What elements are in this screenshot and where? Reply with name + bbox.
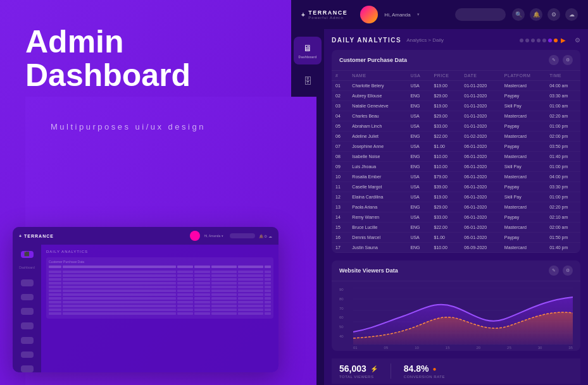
mini-icons: 🔔 ⚙ ☁ bbox=[259, 234, 272, 238]
topbar-username: Hi, Amanda bbox=[384, 12, 410, 18]
row-num: 09 bbox=[332, 162, 348, 172]
row-platform: Mastercard bbox=[501, 111, 546, 121]
row-num: 02 bbox=[332, 91, 348, 101]
table-row: 03 Natalie Genevieve ENG $19.00 01-01-20… bbox=[332, 101, 580, 111]
row-name: Elaina Cardilina bbox=[348, 192, 406, 202]
row-platform: Mastercard bbox=[501, 243, 546, 253]
row-num: 06 bbox=[332, 131, 348, 142]
row-date: 01-01-2020 bbox=[460, 121, 501, 131]
row-platform: Paypay bbox=[501, 182, 546, 192]
dot-6 bbox=[548, 39, 552, 42]
dot-4 bbox=[537, 39, 541, 42]
topbar-dropdown-arrow: ▾ bbox=[417, 12, 420, 17]
row-platform: Skill Pay bbox=[501, 162, 546, 172]
row-time: 03:50 pm bbox=[546, 142, 580, 152]
row-price: $29.00 bbox=[430, 111, 460, 121]
col-country: USA bbox=[406, 71, 430, 81]
row-platform: Paypay bbox=[501, 212, 546, 223]
table-row: 14 Remy Warren USA $33.00 06-01-2020 Pay… bbox=[332, 212, 580, 223]
table-row: 02 Aubrey Ellouse ENG $29.00 01-01-2020 … bbox=[332, 91, 580, 101]
row-num: 08 bbox=[332, 152, 348, 162]
row-date: 06-01-2020 bbox=[460, 182, 501, 192]
row-platform: Skill Pay bbox=[501, 101, 546, 111]
row-name: Caselle Margot bbox=[348, 182, 406, 192]
section-gear-icon[interactable]: ⚙ bbox=[575, 37, 580, 44]
row-name: Paola Ariana bbox=[348, 202, 406, 212]
row-date: 01-01-2020 bbox=[460, 81, 501, 91]
row-time: 03:30 pm bbox=[546, 182, 580, 192]
sidebar-label-dashboard: Dashboard bbox=[299, 55, 317, 59]
stat-divider bbox=[391, 364, 391, 379]
mini-row-5 bbox=[49, 286, 271, 288]
row-date: 01-02-2020 bbox=[460, 131, 501, 142]
customer-card-header: Customer Purchase Data ✎ ⚙ bbox=[332, 50, 580, 71]
row-price: $10.00 bbox=[430, 243, 460, 253]
row-country: ENG bbox=[406, 101, 430, 111]
brand-plus-icon: + bbox=[301, 11, 306, 18]
bell-icon[interactable]: 🔔 bbox=[530, 8, 542, 21]
viewers-card-title: Website Viewers Data bbox=[339, 267, 549, 274]
table-row: 04 Charles Beau USA $29.00 01-01-2020 Ma… bbox=[332, 111, 580, 121]
viewers-settings-btn[interactable]: ⚙ bbox=[563, 266, 573, 276]
mini-row-2 bbox=[49, 274, 271, 277]
mini-row-9 bbox=[49, 301, 271, 303]
row-platform: Paypay bbox=[501, 142, 546, 152]
sidebar-item-dashboard[interactable]: 🖥 Dashboard bbox=[294, 37, 322, 64]
analytics-title: DAILY ANALYTICS bbox=[332, 37, 401, 44]
topbar-search-bar[interactable] bbox=[455, 8, 506, 21]
col-time: TIME bbox=[546, 71, 580, 81]
row-num: 03 bbox=[332, 101, 348, 111]
row-country: ENG bbox=[406, 91, 430, 101]
share-icon[interactable]: ☁ bbox=[565, 8, 578, 21]
row-price: $10.00 bbox=[430, 162, 460, 172]
row-num: 10 bbox=[332, 172, 348, 182]
total-viewers-label: TOTAL VIEWERS bbox=[339, 375, 378, 379]
table-row: 07 Josephine Anne USA $1.00 06-01-2020 P… bbox=[332, 142, 580, 152]
card-edit-btn[interactable]: ✎ bbox=[549, 55, 559, 65]
row-name: Bruce Lucille bbox=[348, 223, 406, 233]
row-num: 04 bbox=[332, 111, 348, 121]
sidebar-item-database[interactable]: 🗄 bbox=[294, 67, 322, 95]
card-settings-btn[interactable]: ⚙ bbox=[563, 55, 573, 65]
x-label-30: 30 bbox=[538, 346, 542, 350]
row-num: 11 bbox=[332, 182, 348, 192]
row-time: 02:10 am bbox=[546, 212, 580, 223]
row-country: ENG bbox=[406, 223, 430, 233]
row-platform: Paypay bbox=[501, 233, 546, 243]
row-name: Abraham Linch bbox=[348, 121, 406, 131]
row-name: Dennis Marcel bbox=[348, 233, 406, 243]
chart-x-labels: 01 05 10 15 20 25 30 35 bbox=[353, 346, 573, 350]
settings-icon[interactable]: ⚙ bbox=[547, 8, 560, 21]
row-date: 01-01-2020 bbox=[460, 111, 501, 121]
row-price: $22.00 bbox=[430, 223, 460, 233]
mini-sidebar-db bbox=[21, 279, 34, 286]
table-row: 16 Dennis Marcel USA $1.00 06-01-2020 Pa… bbox=[332, 233, 580, 243]
row-country: USA bbox=[406, 212, 430, 223]
x-label-15: 15 bbox=[446, 346, 450, 350]
col-num: # bbox=[332, 71, 348, 81]
viewers-edit-btn[interactable]: ✎ bbox=[549, 266, 559, 276]
col-date: DATE bbox=[460, 71, 501, 81]
row-price: $29.00 bbox=[430, 91, 460, 101]
y-label-80: 80 bbox=[339, 297, 344, 301]
mini-sidebar-settings bbox=[21, 337, 34, 344]
x-label-01: 01 bbox=[353, 346, 358, 350]
row-price: $39.00 bbox=[430, 182, 460, 192]
row-time: 02:20 pm bbox=[546, 202, 580, 212]
row-time: 01:40 pm bbox=[546, 152, 580, 162]
row-name: Rosalia Ember bbox=[348, 172, 406, 182]
mini-analytics-label: DAILY ANALYTICS bbox=[46, 250, 273, 254]
heading-dashboard: Dashboard bbox=[25, 59, 266, 92]
avatar bbox=[360, 6, 378, 23]
dot-arrow: ▶ bbox=[561, 37, 566, 44]
row-name: Natalie Genevieve bbox=[348, 101, 406, 111]
viewers-icon: ⚡ bbox=[370, 365, 378, 372]
table-row: 15 Bruce Lucille ENG $22.00 06-01-2020 M… bbox=[332, 223, 580, 233]
mini-row-1 bbox=[49, 271, 271, 273]
table-row: 11 Caselle Margot USA $39.00 06-01-2020 … bbox=[332, 182, 580, 192]
chart-y-labels: 90 80 70 60 50 40 bbox=[339, 288, 344, 338]
search-icon[interactable]: 🔍 bbox=[512, 8, 525, 21]
row-country: USA bbox=[406, 121, 430, 131]
mini-row-3 bbox=[49, 278, 271, 281]
mini-sidebar-dashboard: ⬛ bbox=[21, 251, 34, 258]
